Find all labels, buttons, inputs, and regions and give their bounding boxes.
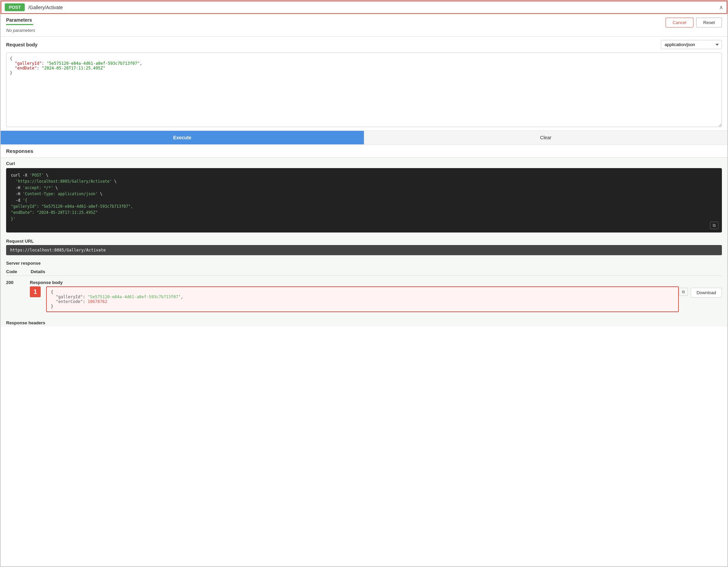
clear-button[interactable]: Clear	[364, 131, 727, 144]
response-body-row: 1 { "galleryId": "5e575120-e84a-4d61-a8e…	[30, 286, 722, 312]
parameters-section: Parameters Cancel Reset No parameters	[1, 14, 727, 37]
response-headers-label: Response headers	[1, 318, 727, 327]
code-column-header: Code	[6, 269, 17, 274]
response-code: 200	[6, 280, 23, 312]
server-response-title: Server response	[6, 261, 722, 266]
response-row: 200 Response body 1 { "galleryId": "5e57…	[6, 277, 722, 315]
request-url-label: Request URL	[6, 239, 722, 244]
curl-label: Curl	[6, 161, 722, 166]
collapse-icon[interactable]: ∧	[719, 4, 723, 11]
responses-section: Responses	[1, 145, 727, 157]
curl-code-block: curl -X 'POST' \ 'https://localhost:8085…	[6, 168, 722, 232]
response-body-box: { "galleryId": "5e575120-e84a-4d61-a8ef-…	[46, 286, 679, 312]
cancel-button[interactable]: Cancel	[666, 18, 693, 27]
details-column-header: Details	[31, 269, 45, 274]
execute-button[interactable]: Execute	[1, 131, 364, 144]
endpoint-path: /Gallery/Activate	[28, 5, 63, 10]
params-row: Parameters Cancel Reset	[6, 17, 722, 28]
response-body-label: Response body	[30, 280, 722, 285]
endpoint-left: POST /Gallery/Activate	[5, 3, 63, 11]
no-params-label: No parameters	[6, 28, 722, 33]
url-section: Request URL https://localhost:8085/Galle…	[1, 236, 727, 258]
params-btn-group: Cancel Reset	[666, 18, 722, 27]
response-table-header: Code Details	[6, 268, 722, 276]
parameters-title: Parameters	[6, 17, 33, 23]
post-badge: POST	[5, 3, 25, 11]
params-title-group: Parameters	[6, 17, 33, 28]
annotation-badge: 1	[30, 286, 41, 297]
parameters-underline	[6, 24, 33, 25]
endpoint-header: POST /Gallery/Activate ∧	[1, 1, 727, 14]
request-body-header: Request body application/json applicatio…	[6, 40, 722, 49]
content-type-select[interactable]: application/json application/xml text/pl…	[661, 40, 722, 49]
copy-response-button[interactable]: ⧉	[679, 288, 688, 296]
response-details: Response body 1 { "galleryId": "5e575120…	[30, 280, 722, 312]
responses-title: Responses	[6, 148, 722, 157]
page-wrapper: POST /Gallery/Activate ∧ Parameters Canc…	[0, 0, 728, 567]
request-body-title: Request body	[6, 42, 38, 47]
request-body-editor[interactable]: { "galleryId": "5e575120-e84a-4d61-a8ef-…	[6, 53, 722, 127]
request-url-value: https://localhost:8085/Gallery/Activate	[6, 245, 722, 255]
curl-copy-button[interactable]: ⧉	[710, 222, 719, 229]
response-actions: ⧉ Download	[679, 286, 722, 312]
action-row: Execute Clear	[1, 131, 727, 145]
server-response-section: Server response Code Details 200 Respons…	[1, 258, 727, 318]
reset-button[interactable]: Reset	[696, 18, 722, 27]
request-body-section: Request body application/json applicatio…	[1, 37, 727, 131]
download-button[interactable]: Download	[691, 288, 722, 298]
curl-section: Curl curl -X 'POST' \ 'https://localhost…	[1, 157, 727, 236]
